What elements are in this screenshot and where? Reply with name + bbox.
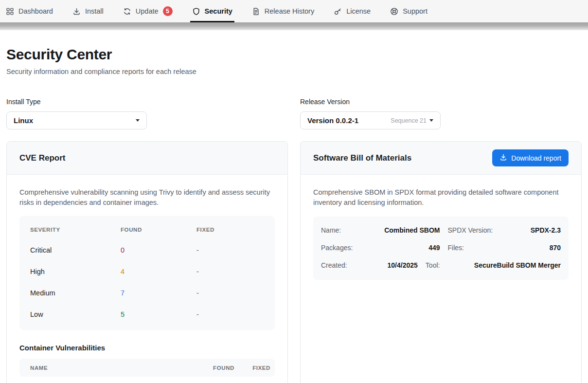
shield-icon (192, 7, 200, 16)
table-row-critical: Critical 0 - (19, 239, 275, 261)
page-subtitle: Security information and compliance repo… (6, 68, 582, 75)
install-type-label: Install Type (6, 98, 288, 106)
found-count: 5 (121, 310, 196, 318)
detail-value: SecureBuild SBOM Merger (474, 261, 561, 269)
severity-label: High (30, 268, 121, 275)
detail-label: Created: (321, 261, 375, 269)
severity-label: Critical (30, 246, 121, 254)
found-count: 0 (121, 246, 196, 254)
nav-item-dashboard[interactable]: Dashboard (6, 0, 53, 22)
window-divider-band (0, 22, 588, 30)
severity-table-header: Severity Found Fixed (19, 220, 275, 239)
severity-table: Severity Found Fixed Critical 0 - High 4… (19, 216, 275, 330)
cve-report-card: CVE Report Comprehensive vulnerability s… (6, 141, 288, 383)
nav-label: Support (403, 7, 428, 15)
detail-label: SPDX Version: (448, 226, 497, 234)
cve-report-header: CVE Report (7, 142, 287, 175)
main-content: Security Center Security information and… (0, 46, 588, 383)
nav-label: Install (85, 7, 104, 15)
download-icon (72, 7, 81, 16)
detail-label: Packages: (321, 244, 375, 252)
found-count: 7 (121, 289, 196, 297)
life-buoy-icon (390, 7, 398, 16)
cve-report-title: CVE Report (19, 153, 65, 163)
detail-value: 870 (497, 244, 561, 252)
container-table-header: Name Found Fixed (19, 359, 275, 377)
detail-value: 10/4/2025 (375, 261, 418, 269)
sbom-description: Comprehensive SBOM in SPDX format provid… (313, 187, 561, 208)
download-report-label: Download report (511, 154, 561, 162)
container-vulnerabilities-title: Container Vulnerabilities (19, 344, 275, 352)
nav-item-update[interactable]: Update 5 (123, 0, 173, 22)
download-report-button[interactable]: Download report (492, 149, 569, 166)
cve-report-description: Comprehensive vulnerability scanning usi… (19, 187, 272, 208)
refresh-icon (123, 7, 131, 16)
detail-label: Files: (448, 244, 497, 252)
col-name: Name (30, 365, 197, 371)
nav-item-security[interactable]: Security (192, 0, 232, 22)
download-icon (499, 153, 507, 163)
sbom-detail-row: Name: Combined SBOM SPDX Version: SPDX-2… (321, 221, 561, 239)
detail-label: Tool: (426, 261, 474, 269)
detail-value: Combined SBOM (375, 226, 440, 234)
sbom-title: Software Bill of Materials (313, 153, 411, 163)
nav-label: Dashboard (18, 7, 53, 15)
severity-label: Low (30, 310, 121, 318)
top-nav: Dashboard Install Update 5 Security (0, 0, 588, 22)
chevron-down-icon (136, 119, 140, 122)
fixed-count: - (196, 289, 264, 297)
detail-value: 449 (375, 244, 440, 252)
cards-row: CVE Report Comprehensive vulnerability s… (6, 141, 582, 383)
document-icon (252, 7, 260, 16)
sbom-body: Comprehensive SBOM in SPDX format provid… (301, 175, 581, 292)
sbom-header: Software Bill of Materials Download repo… (301, 142, 581, 175)
fixed-count: - (196, 310, 264, 318)
update-count-badge: 5 (163, 6, 173, 16)
key-icon (334, 7, 342, 16)
chevron-down-icon (429, 119, 433, 122)
fixed-count: - (196, 268, 264, 275)
nav-label: Update (136, 7, 159, 15)
release-version-value: Version 0.0.2-1 (307, 116, 358, 125)
detail-label: Name: (321, 226, 375, 234)
page-title: Security Center (6, 46, 582, 63)
col-fixed: Fixed (250, 365, 270, 371)
dashboard-grid-icon (6, 7, 14, 16)
table-row-high: High 4 - (19, 261, 275, 282)
sbom-detail-row: Packages: 449 Files: 870 (321, 239, 561, 256)
col-fixed: Fixed (196, 227, 264, 233)
found-count: 4 (121, 268, 196, 275)
sbom-details: Name: Combined SBOM SPDX Version: SPDX-2… (313, 217, 569, 280)
install-type-select[interactable]: Linux (6, 111, 147, 129)
install-type-filter: Install Type Linux (6, 98, 288, 129)
severity-label: Medium (30, 289, 121, 297)
col-found: Found (121, 227, 196, 233)
detail-value: SPDX-2.3 (497, 226, 561, 234)
table-row-low: Low 5 - (19, 304, 275, 325)
nav-item-license[interactable]: License (334, 0, 371, 22)
install-type-value: Linux (14, 116, 33, 125)
cve-report-body: Comprehensive vulnerability scanning usi… (7, 175, 287, 383)
release-version-select[interactable]: Version 0.0.2-1 Sequence 21 (300, 111, 441, 129)
nav-item-release-history[interactable]: Release History (252, 0, 314, 22)
nav-label: License (346, 7, 371, 15)
col-severity: Severity (30, 227, 121, 233)
col-found: Found (213, 365, 234, 371)
release-version-label: Release Version (300, 98, 582, 106)
release-sequence-meta: Sequence 21 (391, 117, 427, 124)
release-version-filter: Release Version Version 0.0.2-1 Sequence… (300, 98, 582, 129)
fixed-count: - (196, 246, 264, 254)
nav-label: Release History (265, 7, 314, 15)
table-row-medium: Medium 7 - (19, 282, 275, 304)
nav-item-install[interactable]: Install (72, 0, 104, 22)
nav-item-support[interactable]: Support (390, 0, 428, 22)
sbom-detail-row: Created: 10/4/2025 Tool: SecureBuild SBO… (321, 256, 561, 274)
nav-label: Security (205, 7, 232, 15)
filters-row: Install Type Linux Release Version Versi… (6, 98, 582, 129)
sbom-card: Software Bill of Materials Download repo… (300, 141, 582, 383)
